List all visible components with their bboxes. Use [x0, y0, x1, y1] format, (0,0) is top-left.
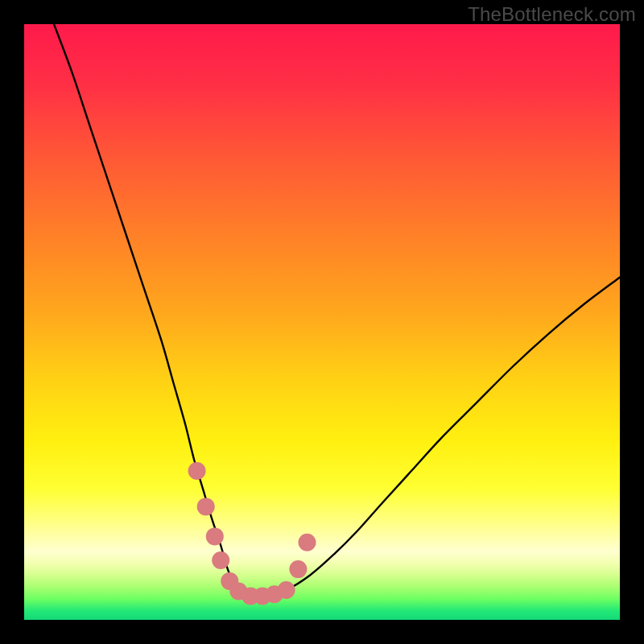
- watermark-text: TheBottleneck.com: [468, 3, 636, 26]
- marker-dot: [289, 560, 307, 578]
- marker-dot: [188, 462, 206, 480]
- marker-dot: [299, 534, 316, 551]
- chart-frame: TheBottleneck.com: [0, 0, 644, 644]
- plot-area: [24, 24, 620, 620]
- marker-dot: [197, 497, 215, 515]
- marker-dot: [206, 527, 224, 545]
- marker-dot: [212, 551, 229, 569]
- marker-dot: [278, 581, 295, 599]
- marker-dots: [24, 24, 620, 620]
